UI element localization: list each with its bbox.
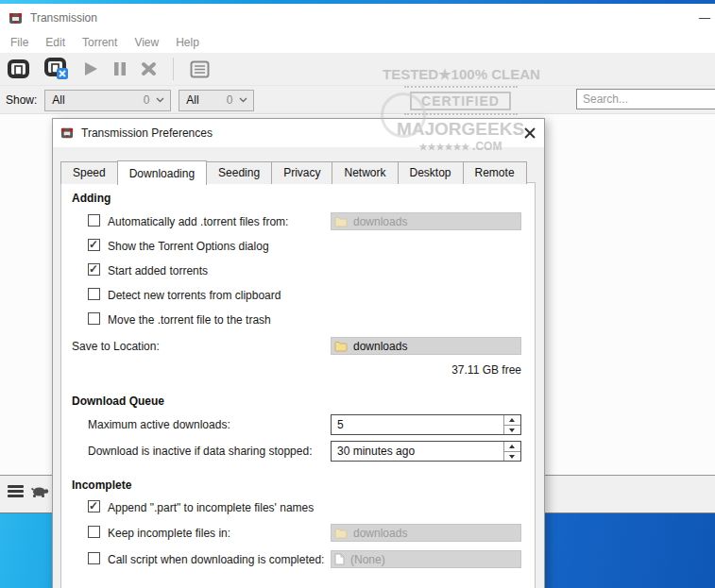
label-show-options: Show the Torrent Options dialog xyxy=(108,240,269,253)
preferences-dialog: Transmission Preferences Speed Downloadi… xyxy=(52,118,545,588)
tab-speed[interactable]: Speed xyxy=(60,161,118,184)
tab-remote[interactable]: Remote xyxy=(463,161,527,184)
folder-icon xyxy=(334,341,348,352)
filterbar: Show: All 0 All 0 xyxy=(0,86,715,114)
label-move-trash: Move the .torrent file to the trash xyxy=(108,313,271,327)
remove-torrent-icon[interactable] xyxy=(141,61,157,76)
filter-dropdown-tracker[interactable]: All 0 xyxy=(179,90,254,111)
spin-down-icon[interactable] xyxy=(504,452,520,462)
checkbox-show-options[interactable] xyxy=(88,239,100,251)
toolbar-separator xyxy=(173,58,174,80)
label-detect-clipboard: Detect new torrents from clipboard xyxy=(108,289,281,302)
section-header-incomplete: Incomplete xyxy=(72,479,131,492)
inactive-time-value: 30 minutes ago xyxy=(337,445,415,458)
torrent-details-icon[interactable] xyxy=(190,60,210,78)
checkbox-start-added[interactable] xyxy=(88,263,100,276)
label-max-active: Maximum active downloads: xyxy=(88,418,230,431)
menubar: File Edit Torrent View Help xyxy=(0,32,715,53)
turtle-alt-speed-icon[interactable] xyxy=(31,484,49,498)
start-torrent-icon[interactable] xyxy=(83,60,99,77)
menu-help[interactable]: Help xyxy=(167,33,208,52)
label-start-added: Start added torrents xyxy=(108,264,208,277)
inactive-time-spinner[interactable]: 30 minutes ago xyxy=(331,441,521,462)
spin-down-icon[interactable] xyxy=(504,426,520,435)
save-location-folder-button[interactable]: downloads xyxy=(331,337,521,355)
checkbox-move-trash[interactable] xyxy=(88,312,100,325)
dialog-titlebar: Transmission Preferences xyxy=(53,119,544,147)
free-space-label: 37.11 GB free xyxy=(331,363,521,377)
folder-icon xyxy=(334,528,348,539)
folder-icon xyxy=(334,216,348,227)
auto-add-folder-label: downloads xyxy=(353,215,407,228)
transmission-app-icon xyxy=(9,11,23,25)
checkbox-append-part[interactable] xyxy=(88,500,100,512)
search-input[interactable] xyxy=(576,89,715,109)
checkbox-detect-clipboard[interactable] xyxy=(88,288,100,300)
label-append-part: Append ".part" to incomplete files' name… xyxy=(108,501,314,514)
filter-dropdown-status[interactable]: All 0 xyxy=(44,90,171,111)
close-icon[interactable] xyxy=(522,126,537,141)
label-inactive-stopped: Download is inactive if data sharing sto… xyxy=(88,445,312,458)
incomplete-folder-button[interactable]: downloads xyxy=(331,524,521,542)
options-menu-icon[interactable] xyxy=(8,485,24,497)
max-active-downloads-spinner[interactable]: 5 xyxy=(331,414,521,435)
tab-seeding[interactable]: Seeding xyxy=(206,161,272,184)
chevron-down-icon xyxy=(156,97,164,103)
save-location-folder-label: downloads xyxy=(353,340,407,353)
spinner-buttons xyxy=(503,415,520,434)
pause-torrent-icon[interactable] xyxy=(113,61,127,76)
label-call-script: Call script when downloading is complete… xyxy=(108,553,324,566)
dialog-title: Transmission Preferences xyxy=(81,126,213,140)
checkbox-auto-add[interactable] xyxy=(88,214,100,227)
filter-status-value: All xyxy=(45,93,64,107)
section-header-adding: Adding xyxy=(72,192,111,205)
menu-torrent[interactable]: Torrent xyxy=(74,33,126,52)
checkbox-keep-incomplete[interactable] xyxy=(88,526,100,538)
window-title: Transmission xyxy=(30,11,97,25)
show-filter-label: Show: xyxy=(6,93,37,107)
script-file-button[interactable]: (None) xyxy=(331,550,521,568)
file-icon xyxy=(334,553,345,565)
titlebar: Transmission — xyxy=(0,4,715,32)
label-keep-incomplete: Keep incomplete files in: xyxy=(108,527,230,540)
spinner-buttons xyxy=(503,442,520,461)
chevron-down-icon xyxy=(239,97,247,103)
spin-up-icon[interactable] xyxy=(504,415,520,426)
auto-add-folder-button[interactable]: downloads xyxy=(331,212,521,230)
preferences-tabstrip: Speed Downloading Seeding Privacy Networ… xyxy=(60,161,526,184)
max-active-value: 5 xyxy=(337,418,344,431)
label-save-location: Save to Location: xyxy=(72,340,160,353)
menu-edit[interactable]: Edit xyxy=(37,33,74,52)
menu-file[interactable]: File xyxy=(2,33,37,52)
screen: Transmission — File Edit Torrent View He… xyxy=(0,0,715,588)
tab-privacy[interactable]: Privacy xyxy=(271,161,332,184)
tab-network[interactable]: Network xyxy=(332,161,398,184)
open-torrent-url-icon[interactable] xyxy=(44,58,69,80)
section-header-download-queue: Download Queue xyxy=(72,395,164,408)
open-torrent-icon[interactable] xyxy=(8,59,30,79)
filter-tracker-value: All xyxy=(179,93,198,107)
label-auto-add: Automatically add .torrent files from: xyxy=(108,215,288,228)
incomplete-folder-label: downloads xyxy=(353,527,407,540)
checkbox-call-script[interactable] xyxy=(88,552,100,564)
spin-up-icon[interactable] xyxy=(504,442,520,452)
transmission-app-icon xyxy=(60,126,74,140)
downloading-tab-page: Adding Automatically add .torrent files … xyxy=(60,182,536,588)
minimize-button[interactable]: — xyxy=(696,9,713,26)
toolbar xyxy=(0,53,715,86)
tab-desktop[interactable]: Desktop xyxy=(398,161,464,184)
filter-tracker-count: 0 xyxy=(227,93,233,107)
filter-status-count: 0 xyxy=(144,93,150,107)
tab-downloading[interactable]: Downloading xyxy=(117,160,207,185)
script-file-label: (None) xyxy=(350,553,385,566)
menu-view[interactable]: View xyxy=(126,33,167,52)
